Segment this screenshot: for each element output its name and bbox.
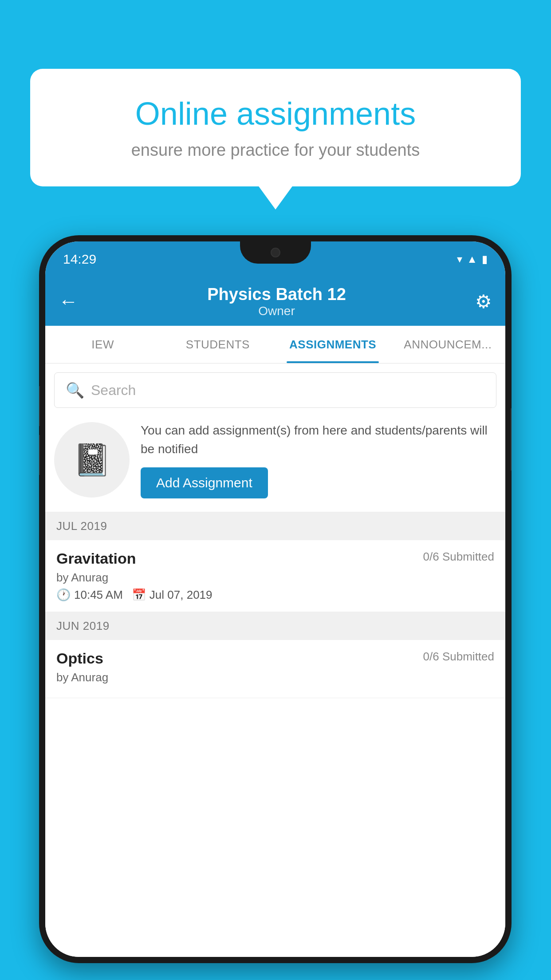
- time-meta: 🕐 10:45 AM: [56, 588, 123, 602]
- list-item[interactable]: Gravitation 0/6 Submitted by Anurag 🕐 10…: [45, 540, 505, 612]
- battery-icon: ▮: [482, 253, 488, 265]
- notebook-icon: 📓: [73, 442, 111, 478]
- assignment-title: Gravitation: [56, 550, 136, 567]
- back-button[interactable]: ←: [59, 290, 78, 312]
- tab-announcements[interactable]: ANNOUNCEM...: [390, 326, 505, 363]
- tabs-bar: IEW STUDENTS ASSIGNMENTS ANNOUNCEM...: [45, 326, 505, 364]
- promo-section: 📓 You can add assignment(s) from here an…: [45, 408, 505, 512]
- section-header-jul: JUL 2019: [45, 512, 505, 540]
- search-bar[interactable]: 🔍 Search: [54, 372, 496, 408]
- assignment-date: Jul 07, 2019: [150, 588, 213, 602]
- status-icons: ▾ ▲ ▮: [457, 253, 488, 265]
- assignment-submitted: 0/6 Submitted: [423, 550, 494, 564]
- speech-bubble-title: Online assignments: [61, 95, 490, 132]
- screen-content: 🔍 Search 📓 You can add assignment(s) fro…: [45, 364, 505, 957]
- assignment-meta: 🕐 10:45 AM 📅 Jul 07, 2019: [56, 588, 494, 602]
- promo-text-area: You can add assignment(s) from here and …: [141, 421, 496, 498]
- list-item[interactable]: Optics 0/6 Submitted by Anurag: [45, 640, 505, 698]
- volume-up-button: [39, 386, 40, 426]
- section-header-jun: JUN 2019: [45, 612, 505, 640]
- assignment-author: by Anurag: [56, 571, 494, 585]
- status-time: 14:29: [63, 252, 96, 267]
- phone-device: 14:29 ▾ ▲ ▮ ← Physics Batch 12 Owner ⚙ I…: [39, 235, 512, 963]
- assignment-author: by Anurag: [56, 671, 494, 684]
- assignment-top-row: Gravitation 0/6 Submitted: [56, 550, 494, 567]
- promo-description: You can add assignment(s) from here and …: [141, 421, 496, 458]
- power-button: [511, 408, 512, 470]
- app-bar: ← Physics Batch 12 Owner ⚙: [45, 277, 505, 326]
- promo-icon-circle: 📓: [54, 422, 130, 498]
- tab-students[interactable]: STUDENTS: [160, 326, 275, 363]
- volume-down-button: [39, 435, 40, 475]
- speech-bubble: Online assignments ensure more practice …: [30, 69, 521, 186]
- assignment-submitted: 0/6 Submitted: [423, 650, 494, 664]
- settings-button[interactable]: ⚙: [475, 291, 492, 312]
- app-bar-subtitle: Owner: [87, 304, 466, 318]
- search-placeholder: Search: [91, 382, 136, 399]
- camera-dot: [271, 248, 280, 257]
- speech-bubble-subtitle: ensure more practice for your students: [61, 141, 490, 160]
- clock-icon: 🕐: [56, 588, 71, 602]
- calendar-icon: 📅: [132, 588, 146, 602]
- date-meta: 📅 Jul 07, 2019: [132, 588, 213, 602]
- phone-notch: [240, 241, 311, 264]
- search-icon: 🔍: [66, 381, 84, 399]
- assignment-time: 10:45 AM: [74, 588, 123, 602]
- assignment-title: Optics: [56, 650, 103, 667]
- status-bar: 14:29 ▾ ▲ ▮: [45, 241, 505, 277]
- app-bar-title: Physics Batch 12: [87, 285, 466, 304]
- wifi-icon: ▾: [457, 253, 462, 265]
- assignment-top-row: Optics 0/6 Submitted: [56, 650, 494, 667]
- tab-assignments[interactable]: ASSIGNMENTS: [276, 326, 390, 363]
- app-bar-center: Physics Batch 12 Owner: [87, 285, 466, 318]
- tab-iew[interactable]: IEW: [45, 326, 160, 363]
- phone-screen: 14:29 ▾ ▲ ▮ ← Physics Batch 12 Owner ⚙ I…: [45, 241, 505, 957]
- signal-icon: ▲: [467, 253, 477, 265]
- add-assignment-button[interactable]: Add Assignment: [141, 467, 268, 498]
